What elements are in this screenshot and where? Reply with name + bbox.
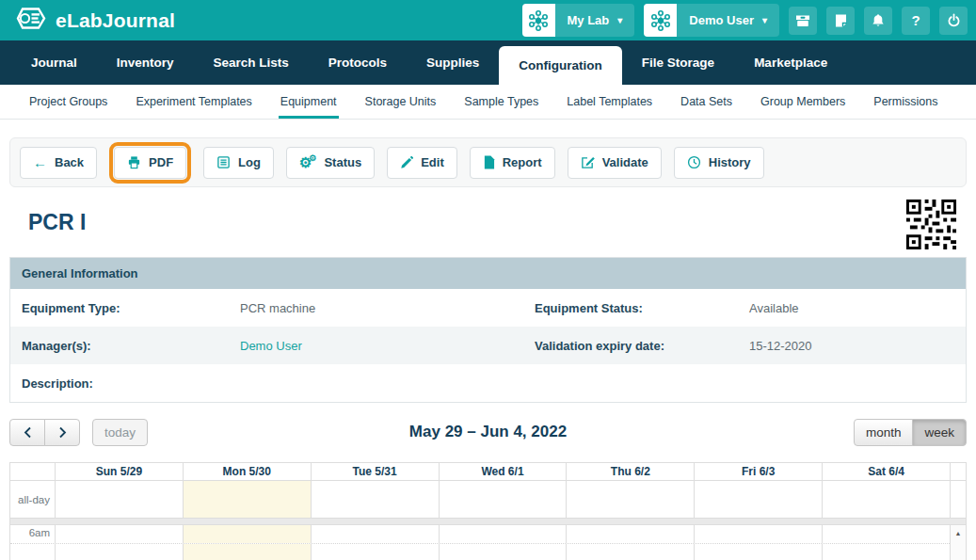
power-icon bbox=[947, 13, 961, 27]
time-cell-today[interactable] bbox=[183, 544, 311, 560]
nav-item-search-lists[interactable]: Search Lists bbox=[194, 40, 309, 85]
history-clock-icon bbox=[687, 155, 701, 169]
validate-button-label: Validate bbox=[602, 155, 648, 169]
allday-cell-sun[interactable] bbox=[55, 481, 183, 518]
validation-expiry-value: 15-12-2020 bbox=[749, 339, 954, 353]
back-button[interactable]: ← Back bbox=[20, 147, 97, 179]
report-file-icon bbox=[483, 155, 495, 169]
calendar-prev-button[interactable] bbox=[9, 419, 45, 446]
day-header-tue: Tue 5/31 bbox=[311, 463, 439, 480]
help-button[interactable]: ? bbox=[902, 7, 930, 35]
time-cell-today[interactable] bbox=[183, 525, 311, 543]
elab-logo-icon bbox=[12, 6, 48, 36]
equipment-calendar: Sun 5/29 Mon 5/30 Tue 5/31 Wed 6/1 Thu 6… bbox=[9, 462, 967, 560]
calendar-toolbar: today May 29 – Jun 4, 2022 month week bbox=[9, 418, 967, 446]
subnav-item-sample-types[interactable]: Sample Types bbox=[450, 85, 552, 119]
allday-cell-fri[interactable] bbox=[694, 481, 822, 518]
logout-button[interactable] bbox=[939, 7, 968, 35]
log-button-label: Log bbox=[238, 155, 261, 169]
subnav-item-equipment[interactable]: Equipment bbox=[266, 85, 351, 119]
day-header-sun: Sun 5/29 bbox=[55, 463, 183, 480]
nav-item-protocols[interactable]: Protocols bbox=[309, 40, 407, 85]
validate-button[interactable]: Validate bbox=[568, 147, 662, 179]
edit-button[interactable]: Edit bbox=[387, 147, 457, 179]
chevron-right-icon bbox=[58, 426, 67, 439]
subnav-item-storage-units[interactable]: Storage Units bbox=[351, 85, 451, 119]
scroll-up-arrow[interactable]: ▲ bbox=[951, 525, 966, 540]
subnav-item-data-sets[interactable]: Data Sets bbox=[666, 85, 746, 119]
log-list-icon bbox=[216, 155, 231, 169]
time-cell[interactable] bbox=[311, 525, 439, 543]
storage-box-icon bbox=[794, 13, 811, 28]
time-cell[interactable] bbox=[55, 544, 183, 560]
allday-label: all-day bbox=[10, 481, 55, 518]
nav-item-supplies[interactable]: Supplies bbox=[407, 40, 499, 85]
time-cell[interactable] bbox=[55, 525, 183, 543]
day-header-sat: Sat 6/4 bbox=[822, 463, 950, 480]
time-label-6am: 6am bbox=[10, 525, 55, 543]
back-arrow-icon: ← bbox=[33, 155, 47, 169]
back-button-label: Back bbox=[55, 155, 84, 169]
subnav-item-label-templates[interactable]: Label Templates bbox=[552, 85, 666, 119]
lab-selector[interactable]: My Lab ▾ bbox=[522, 4, 635, 37]
nav-item-journal[interactable]: Journal bbox=[11, 40, 97, 85]
allday-cell-thu[interactable] bbox=[566, 481, 694, 518]
equipment-type-label: Equipment Type: bbox=[22, 301, 240, 315]
app-header: eLabJournal My Lab ▾ bbox=[0, 0, 976, 40]
calendar-next-button[interactable] bbox=[44, 419, 80, 446]
subnav-item-project-groups[interactable]: Project Groups bbox=[15, 85, 121, 119]
time-row-630am bbox=[10, 543, 950, 560]
app-logo[interactable]: eLabJournal bbox=[12, 6, 175, 36]
allday-cell-tue[interactable] bbox=[311, 481, 439, 518]
bell-icon bbox=[871, 13, 886, 28]
calendar-month-view-button[interactable]: month bbox=[854, 419, 914, 446]
subnav-item-permissions[interactable]: Permissions bbox=[859, 85, 952, 119]
history-button[interactable]: History bbox=[674, 147, 764, 179]
header-actions: My Lab ▾ Demo User ▾ bbox=[522, 4, 968, 37]
subnav-item-experiment-templates[interactable]: Experiment Templates bbox=[121, 85, 265, 119]
day-header-mon: Mon 5/30 bbox=[183, 463, 311, 480]
allday-cell-mon-today[interactable] bbox=[183, 481, 311, 518]
time-cell[interactable] bbox=[566, 544, 694, 560]
allday-cell-wed[interactable] bbox=[439, 481, 567, 518]
calendar-day-header-row: Sun 5/29 Mon 5/30 Tue 5/31 Wed 6/1 Thu 6… bbox=[10, 463, 966, 481]
info-row: Description: bbox=[10, 364, 966, 402]
time-cell[interactable] bbox=[694, 525, 822, 543]
calendar-scrollbar[interactable]: ▲ bbox=[950, 525, 966, 560]
time-cell[interactable] bbox=[566, 525, 694, 543]
time-cell[interactable] bbox=[311, 544, 439, 560]
report-button[interactable]: Report bbox=[470, 147, 555, 179]
main-nav: Journal Inventory Search Lists Protocols… bbox=[0, 40, 976, 85]
pdf-button[interactable]: PDF bbox=[114, 147, 186, 179]
day-header-fri: Fri 6/3 bbox=[694, 463, 822, 480]
time-cell[interactable] bbox=[822, 525, 950, 543]
time-cell[interactable] bbox=[439, 525, 567, 543]
day-header-wed: Wed 6/1 bbox=[439, 463, 567, 480]
time-cell[interactable] bbox=[822, 544, 950, 560]
app-title: eLabJournal bbox=[56, 9, 175, 32]
nav-item-file-storage[interactable]: File Storage bbox=[622, 40, 734, 85]
user-selector[interactable]: Demo User ▾ bbox=[644, 4, 779, 37]
calendar-title: May 29 – Jun 4, 2022 bbox=[9, 423, 967, 441]
notifications-button[interactable] bbox=[864, 7, 892, 35]
allday-cell-sat[interactable] bbox=[822, 481, 950, 518]
log-button[interactable]: Log bbox=[203, 147, 274, 179]
subnav-item-group-members[interactable]: Group Members bbox=[746, 85, 859, 119]
status-button[interactable]: ⚙⚙ Status bbox=[286, 147, 375, 179]
nav-item-configuration[interactable]: Configuration bbox=[499, 46, 621, 85]
time-cell[interactable] bbox=[694, 544, 822, 560]
managers-label: Manager(s): bbox=[22, 339, 240, 353]
nav-item-marketplace[interactable]: Marketplace bbox=[734, 40, 847, 85]
manager-link[interactable]: Demo User bbox=[240, 339, 535, 353]
nav-item-inventory[interactable]: Inventory bbox=[97, 40, 194, 85]
section-header: General Information bbox=[10, 258, 966, 289]
equipment-type-value: PCR machine bbox=[240, 301, 535, 315]
printer-icon bbox=[127, 155, 141, 169]
calendar-week-view-button[interactable]: week bbox=[912, 419, 967, 446]
notes-button[interactable] bbox=[826, 7, 855, 35]
storage-box-button[interactable] bbox=[789, 7, 817, 35]
validate-edit-icon bbox=[581, 155, 595, 169]
molecule-icon bbox=[644, 4, 677, 37]
calendar-today-button[interactable]: today bbox=[92, 419, 148, 446]
time-cell[interactable] bbox=[439, 544, 567, 560]
